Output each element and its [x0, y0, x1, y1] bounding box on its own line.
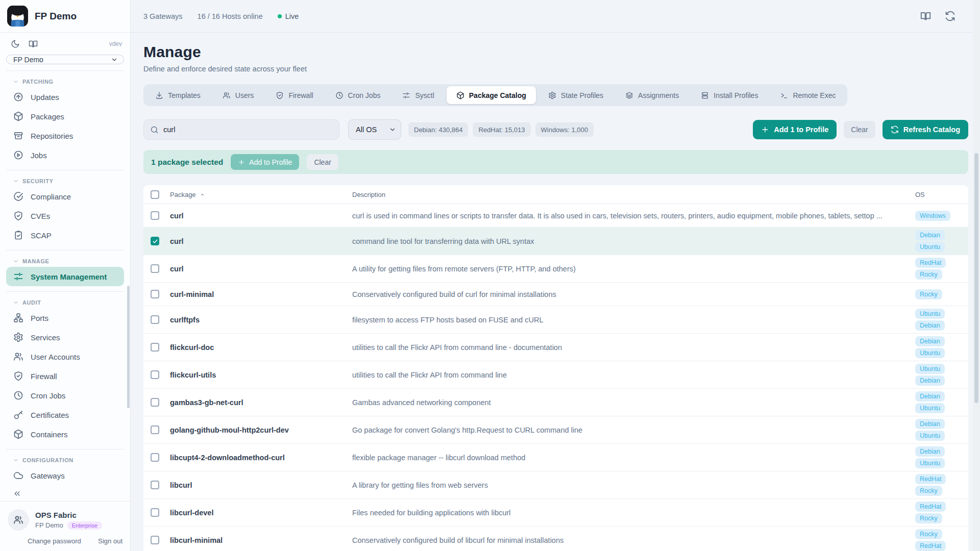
- sidebar-section-security[interactable]: SECURITY: [0, 176, 130, 187]
- sidebar-divider: [6, 70, 124, 71]
- sidebar-item-repositories[interactable]: Repositories: [0, 126, 130, 145]
- dark-mode-icon[interactable]: [11, 39, 20, 48]
- refresh-catalog-button[interactable]: Refresh Catalog: [883, 120, 968, 139]
- row-checkbox[interactable]: [151, 264, 159, 273]
- os-count-badge: Windows: 1,000: [535, 122, 594, 137]
- row-checkbox[interactable]: [151, 211, 159, 220]
- sidebar-section-manage[interactable]: MANAGE: [0, 256, 130, 267]
- table-row[interactable]: curlcommand line tool for transferring d…: [143, 228, 968, 255]
- sidebar-item-label: Gateways: [31, 471, 65, 480]
- package-name: gambas3-gb-net-curl: [170, 398, 352, 407]
- select-all-checkbox[interactable]: [151, 190, 159, 199]
- row-checkbox[interactable]: [151, 315, 159, 324]
- sidebar-item-updates[interactable]: Updates: [0, 87, 130, 107]
- os-cell: DebianUbuntu: [915, 419, 966, 441]
- table-row[interactable]: curlcurl is used in command lines or scr…: [143, 204, 968, 228]
- search-input[interactable]: [163, 126, 333, 134]
- sidebar-item-cron-jobs[interactable]: Cron Jobs: [0, 386, 130, 405]
- sidebar-item-ports[interactable]: Ports: [0, 308, 130, 328]
- row-checkbox[interactable]: [151, 425, 159, 434]
- sidebar-item-scap[interactable]: SCAP: [0, 226, 130, 245]
- add-to-profile-button[interactable]: Add 1 to Profile: [753, 120, 837, 139]
- row-checkbox[interactable]: [151, 290, 159, 298]
- column-header-package[interactable]: Package: [170, 191, 352, 198]
- row-checkbox[interactable]: [151, 508, 159, 517]
- sidebar-item-jobs[interactable]: Jobs: [0, 145, 130, 165]
- tab-users[interactable]: Users: [213, 86, 264, 104]
- clear-filter-button[interactable]: Clear: [844, 121, 875, 138]
- sidebar-collapse-button[interactable]: [0, 485, 130, 501]
- sidebar-scrollbar-thumb[interactable]: [127, 286, 130, 408]
- tab-label: Install Profiles: [714, 91, 758, 99]
- os-cell: DebianUbuntu: [915, 446, 966, 468]
- tab-firewall[interactable]: Firewall: [266, 86, 323, 104]
- sidebar-item-services[interactable]: Services: [0, 328, 130, 347]
- sidebar-item-system-management[interactable]: System Management: [6, 267, 124, 286]
- docs-icon[interactable]: [920, 11, 931, 21]
- table-row[interactable]: flickcurl-utilsutilities to call the Fli…: [143, 361, 968, 389]
- row-checkbox[interactable]: [151, 398, 159, 407]
- sidebar-divider: [6, 449, 124, 449]
- package-table: Package Description OS curlcurl is used …: [143, 185, 968, 551]
- sign-out-link[interactable]: Sign out: [98, 537, 122, 545]
- gateways-count: 3 Gateways: [143, 12, 183, 20]
- table-row[interactable]: curl-minimalConservatively configured bu…: [143, 283, 968, 306]
- sidebar-section-audit[interactable]: AUDIT: [0, 297, 130, 308]
- row-checkbox[interactable]: [151, 453, 159, 462]
- sidebar-item-compliance[interactable]: Compliance: [0, 187, 130, 206]
- tab-remote-exec[interactable]: Remote Exec: [770, 86, 845, 104]
- table-row[interactable]: libcurl-develFiles needed for building a…: [143, 499, 968, 527]
- tab-sysctl[interactable]: Sysctl: [393, 86, 444, 104]
- change-password-link[interactable]: Change password: [28, 537, 81, 545]
- sidebar-item-label: Firewall: [31, 372, 57, 381]
- topbar: 3 Gateways 16 / 16 Hosts online Live: [131, 0, 980, 33]
- os-badge: Rocky: [915, 269, 942, 280]
- selection-clear-button[interactable]: Clear: [307, 154, 338, 170]
- table-row[interactable]: flickcurl-docutilities to call the Flick…: [143, 334, 968, 361]
- sidebar-item-packages[interactable]: Packages: [0, 107, 130, 126]
- row-checkbox[interactable]: [151, 370, 159, 379]
- tab-cron-jobs[interactable]: Cron Jobs: [326, 86, 390, 104]
- docs-icon[interactable]: [29, 39, 38, 48]
- row-checkbox[interactable]: [151, 237, 159, 245]
- sidebar-item-cves[interactable]: CVEs: [0, 206, 130, 226]
- os-filter-select[interactable]: All OS: [348, 119, 401, 140]
- tab-install-profiles[interactable]: Install Profiles: [691, 86, 768, 104]
- play-circle-icon: [13, 150, 23, 160]
- tab-templates[interactable]: Templates: [145, 86, 210, 104]
- tab-assignments[interactable]: Assignments: [616, 86, 689, 104]
- sidebar-item-gateways[interactable]: Gateways: [0, 466, 130, 485]
- row-checkbox[interactable]: [151, 536, 159, 544]
- tab-state-profiles[interactable]: State Profiles: [538, 86, 613, 104]
- table-row[interactable]: curlftpfsfilesystem to access FTP hosts …: [143, 306, 968, 334]
- row-checkbox[interactable]: [151, 343, 159, 352]
- sidebar-section-configuration[interactable]: CONFIGURATION: [0, 455, 130, 466]
- table-row[interactable]: golang-github-moul-http2curl-devGo packa…: [143, 416, 968, 444]
- sidebar-section-patching[interactable]: PATCHING: [0, 76, 130, 87]
- clock-icon: [335, 91, 344, 99]
- window-scrollbar-thumb[interactable]: [974, 153, 978, 403]
- org-select[interactable]: FP Demo: [6, 55, 124, 64]
- sidebar-item-label: Ports: [31, 314, 48, 322]
- os-cell: DebianUbuntu: [915, 230, 966, 252]
- table-row[interactable]: gambas3-gb-net-curlGambas advanced netwo…: [143, 389, 968, 416]
- table-row[interactable]: curlA utility for getting files from rem…: [143, 255, 968, 283]
- sidebar-item-label: Containers: [31, 430, 68, 439]
- row-checkbox[interactable]: [151, 481, 159, 489]
- sidebar-item-certificates[interactable]: Certificates: [0, 405, 130, 424]
- sidebar-item-label: System Management: [31, 272, 107, 281]
- table-row[interactable]: libcurlA library for getting files from …: [143, 471, 968, 499]
- selection-add-to-profile-button[interactable]: Add to Profile: [231, 154, 299, 170]
- column-header-os[interactable]: OS: [915, 191, 966, 198]
- sidebar-item-containers[interactable]: Containers: [0, 424, 130, 444]
- sidebar-item-firewall[interactable]: Firewall: [0, 366, 130, 386]
- refresh-icon[interactable]: [945, 11, 955, 21]
- table-row[interactable]: libcupt4-2-downloadmethod-curlflexible p…: [143, 444, 968, 471]
- column-header-description[interactable]: Description: [352, 191, 915, 198]
- sidebar-divider: [6, 250, 124, 251]
- sidebar-item-user-accounts[interactable]: User Accounts: [0, 347, 130, 366]
- tab-package-catalog[interactable]: Package Catalog: [447, 86, 536, 104]
- table-row[interactable]: libcurl-minimalConservatively configured…: [143, 527, 968, 551]
- package-description: Gambas advanced networking component: [352, 398, 915, 407]
- enterprise-badge: Enterprise: [67, 521, 102, 530]
